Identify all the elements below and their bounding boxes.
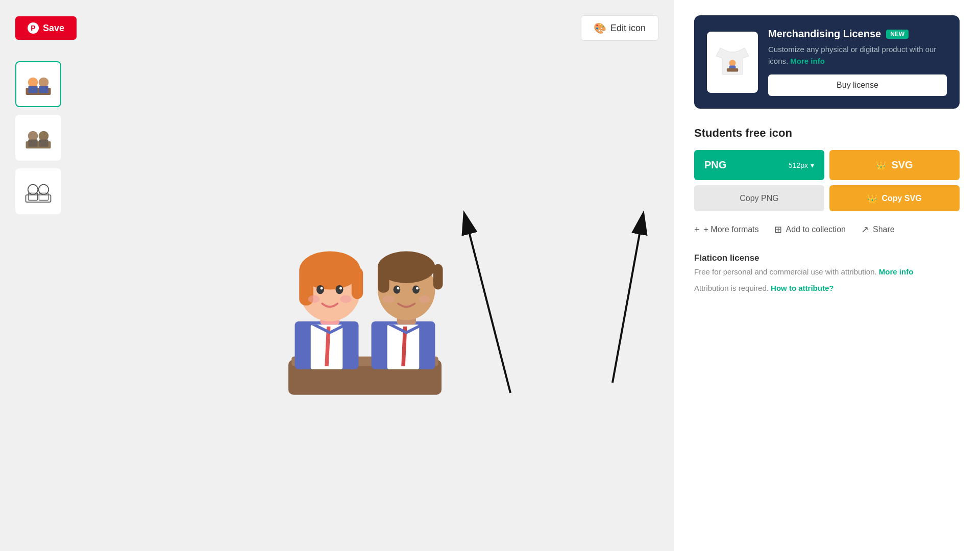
icon-display xyxy=(71,56,658,536)
main-icon xyxy=(237,168,493,423)
add-collection-link[interactable]: ⊞ Add to collection xyxy=(774,224,846,235)
svg-point-41 xyxy=(412,285,420,293)
license-title-text: Merchandising License xyxy=(768,28,881,40)
png-size-selector[interactable]: 512px ▾ xyxy=(789,161,814,169)
section-title: Students free icon xyxy=(694,127,960,140)
license-more-info-link[interactable]: More info xyxy=(790,57,825,65)
svg-point-47 xyxy=(729,60,736,66)
svg-point-7 xyxy=(39,131,49,141)
new-badge: NEW xyxy=(886,30,909,39)
svg-point-42 xyxy=(397,287,400,290)
png-label: PNG xyxy=(704,159,726,171)
more-formats-label: + More formats xyxy=(704,225,759,234)
svg-point-6 xyxy=(28,131,38,141)
svg-point-30 xyxy=(340,295,352,303)
svg-rect-38 xyxy=(378,264,389,293)
share-icon: ↗ xyxy=(861,224,869,235)
share-label: Share xyxy=(873,225,895,234)
save-label: Save xyxy=(43,23,64,34)
pencil-icon: 🎨 xyxy=(594,22,606,34)
right-panel: Merchandising License NEW Customize any … xyxy=(674,0,980,551)
main-content xyxy=(15,56,658,536)
copy-row: Copy PNG 👑 Copy SVG xyxy=(694,185,960,211)
how-to-attribute-link[interactable]: How to attribute? xyxy=(771,284,834,292)
svg-rect-49 xyxy=(727,68,738,71)
license-text: Free for personal and commercial use wit… xyxy=(694,267,960,276)
arrows-overlay xyxy=(674,179,791,434)
edit-icon-button[interactable]: 🎨 Edit icon xyxy=(581,15,658,41)
svg-point-29 xyxy=(308,295,320,303)
crown-icon: 👑 xyxy=(876,160,886,170)
svg-point-45 xyxy=(419,295,430,303)
save-button[interactable]: P Save xyxy=(15,16,77,40)
pinterest-icon: P xyxy=(28,22,39,34)
left-panel: P Save 🎨 Edit icon xyxy=(0,0,674,551)
license-info: Merchandising License NEW Customize any … xyxy=(768,28,947,96)
edit-icon-label: Edit icon xyxy=(610,23,646,34)
svg-point-26 xyxy=(336,285,344,294)
share-link[interactable]: ↗ Share xyxy=(861,224,895,235)
svg-rect-3 xyxy=(28,86,37,93)
license-desc: Customize any physical or digital produc… xyxy=(768,44,947,67)
copy-svg-label: Copy SVG xyxy=(881,194,921,203)
svg-point-25 xyxy=(316,285,324,294)
action-links: + + More formats ⊞ Add to collection ↗ S… xyxy=(694,221,960,238)
svg-point-43 xyxy=(416,287,419,290)
collection-icon: ⊞ xyxy=(774,224,782,235)
license-label: Flaticon license xyxy=(694,253,960,263)
dropdown-chevron-icon: ▾ xyxy=(811,161,814,169)
svg-point-27 xyxy=(321,287,323,290)
svg-rect-39 xyxy=(433,264,443,290)
plus-icon: + xyxy=(694,224,700,235)
attribution-text: Attribution is required. How to attribut… xyxy=(694,284,960,292)
svg-point-28 xyxy=(339,287,342,290)
png-download-button[interactable]: PNG 512px ▾ xyxy=(694,150,824,180)
thumbnail-1[interactable] xyxy=(15,61,61,107)
svg-download-button[interactable]: 👑 SVG xyxy=(829,150,960,180)
license-title-row: Merchandising License NEW xyxy=(768,28,947,40)
svg-rect-24 xyxy=(352,267,363,299)
more-formats-link[interactable]: + + More formats xyxy=(694,224,759,235)
svg-point-1 xyxy=(28,78,38,88)
license-card: Merchandising License NEW Customize any … xyxy=(694,15,960,109)
svg-rect-9 xyxy=(39,140,48,147)
add-collection-label: Add to collection xyxy=(786,225,846,234)
thumbnail-sidebar xyxy=(15,56,61,536)
copy-svg-crown-icon: 👑 xyxy=(867,193,877,203)
license-section: Flaticon license Free for personal and c… xyxy=(694,253,960,292)
license-more-info-link[interactable]: More info xyxy=(879,267,914,276)
top-bar: P Save 🎨 Edit icon xyxy=(15,15,658,41)
copy-svg-button[interactable]: 👑 Copy SVG xyxy=(829,185,960,211)
thumbnail-2[interactable] xyxy=(15,115,61,161)
svg-label: SVG xyxy=(891,159,913,171)
download-row: PNG 512px ▾ 👑 SVG xyxy=(694,150,960,180)
svg-point-44 xyxy=(383,295,395,303)
buy-license-button[interactable]: Buy license xyxy=(768,74,947,96)
tshirt-image xyxy=(707,32,758,93)
svg-point-40 xyxy=(394,285,401,293)
copy-png-button[interactable]: Copy PNG xyxy=(694,185,824,211)
svg-rect-4 xyxy=(39,86,48,93)
svg-point-2 xyxy=(39,78,49,88)
thumbnail-3[interactable] xyxy=(15,168,61,214)
svg-rect-10 xyxy=(26,195,51,202)
svg-rect-8 xyxy=(28,140,37,147)
